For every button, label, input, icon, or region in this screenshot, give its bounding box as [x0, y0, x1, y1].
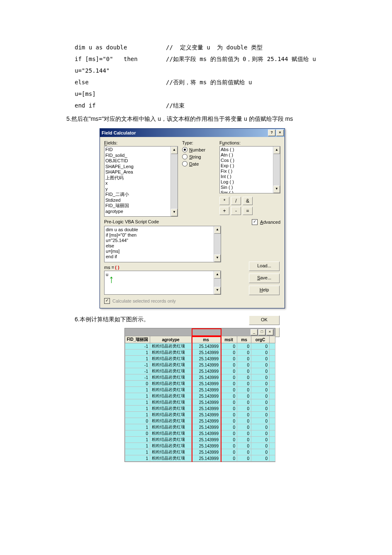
function-item[interactable]: Fix ( )	[221, 169, 272, 174]
table-row[interactable]: 1粗粒结晶岩类红壤25.143999000	[125, 443, 275, 449]
function-item[interactable]: Int ( )	[221, 174, 272, 179]
field-item[interactable]: agrotype	[105, 209, 170, 215]
fields-label: Fields:	[104, 140, 178, 145]
scroll-down-icon[interactable]: ▼	[214, 254, 221, 262]
scroll-down-icon[interactable]: ▼	[171, 209, 178, 216]
operator-button[interactable]: =	[243, 207, 253, 215]
table-header[interactable]: ms	[192, 336, 221, 343]
table-cell: 0	[221, 455, 237, 462]
scroll-up-icon[interactable]: ▲	[214, 271, 221, 279]
fields-listbox[interactable]: FIDFID_solid_OBJECTIDSHAPE_LengSHAPE_Are…	[104, 146, 178, 217]
table-row[interactable]: -1粗粒结晶岩类红壤25.143999000	[125, 368, 275, 374]
function-item[interactable]: Sin ( )	[221, 185, 272, 190]
code-text: else	[75, 76, 166, 88]
scroll-up-icon[interactable]: ▲	[214, 226, 221, 234]
table-cell: 25.143999	[192, 443, 221, 449]
table-header[interactable]: agrotype	[150, 336, 192, 343]
table-cell: 1	[125, 443, 150, 449]
function-item[interactable]: Cos ( )	[221, 158, 272, 163]
field-item[interactable]: Stdized	[105, 198, 170, 203]
table-row[interactable]: 1粗粒结晶岩类红壤25.143999000	[125, 449, 275, 455]
functions-listbox[interactable]: Abs ( )Atn ( )Cos ( )Exp ( )Fix ( )Int (…	[219, 146, 280, 193]
scroll-down-icon[interactable]: ▼	[214, 287, 221, 294]
close-icon[interactable]: ×	[266, 329, 273, 335]
table-cell: 1	[125, 412, 150, 418]
table-cell: 0	[237, 387, 251, 393]
table-row[interactable]: -1粗粒结晶岩类红壤25.143999000	[125, 362, 275, 368]
operator-button[interactable]: +	[219, 207, 229, 215]
radio-icon[interactable]	[182, 147, 187, 152]
scroll-up-icon[interactable]: ▲	[273, 147, 280, 154]
table-row[interactable]: 1粗粒结晶岩类红壤25.143999000	[125, 406, 275, 412]
table-row[interactable]: 0粗粒结晶岩类红壤25.143999000	[125, 418, 275, 424]
table-cell: 粗粒结晶岩类红壤	[150, 350, 192, 356]
table-cell: 0	[251, 362, 270, 368]
function-item[interactable]: Exp ( )	[221, 163, 272, 169]
field-item[interactable]: 上图代码	[105, 175, 170, 181]
table-header[interactable]: ms	[237, 336, 251, 343]
table-cell: 1	[125, 350, 150, 356]
field-item[interactable]: SHAPE_Area	[105, 169, 170, 175]
field-item[interactable]: FID_solid_	[105, 153, 170, 159]
table-row[interactable]: 1粗粒结晶岩类红壤25.143999000	[125, 455, 275, 462]
table-row[interactable]: -1粗粒结晶岩类红壤25.143999000	[125, 374, 275, 381]
table-row[interactable]: 1粗粒结晶岩类红壤25.143999000	[125, 393, 275, 399]
function-item[interactable]: Abs ( )	[221, 147, 272, 152]
operator-button[interactable]: &	[243, 197, 253, 205]
table-cell: 1	[125, 455, 150, 462]
field-item[interactable]: SHAPE_Leng	[105, 164, 170, 170]
table-header[interactable]: FID_瑞丽国	[125, 336, 150, 343]
scroll-down-icon[interactable]: ▼	[273, 186, 280, 193]
ok-button[interactable]: OK	[249, 315, 280, 325]
table-row[interactable]: 0粗粒结晶岩类红壤25.143999000	[125, 381, 275, 387]
table-row[interactable]: 1粗粒结晶岩类红壤25.143999000	[125, 412, 275, 418]
scroll-up-icon[interactable]: ▲	[171, 147, 178, 154]
operator-button[interactable]: -	[231, 207, 241, 215]
close-icon[interactable]: ×	[276, 130, 284, 136]
field-item[interactable]: x	[105, 181, 170, 186]
table-row[interactable]: -1粗粒结晶岩类红壤25.143999000	[125, 343, 275, 350]
table-cell: 粗粒结晶岩类红壤	[150, 412, 192, 418]
help-icon[interactable]: ?	[268, 130, 275, 136]
scrollbar[interactable]: ▲ ▼	[214, 271, 221, 294]
radio-icon[interactable]	[182, 154, 187, 159]
table-cell: 0	[237, 393, 251, 399]
table-header[interactable]: msit	[221, 336, 237, 343]
table-row[interactable]: 1粗粒结晶岩类红壤25.143999000	[125, 387, 275, 393]
table-row[interactable]: 0粗粒结晶岩类红壤25.143999000	[125, 430, 275, 437]
table-cell: 0	[251, 381, 270, 387]
field-item[interactable]: OBJECTID	[105, 158, 170, 164]
field-item[interactable]: FID_二调小	[105, 192, 170, 198]
scrollbar[interactable]: ▲ ▼	[170, 147, 178, 216]
field-item[interactable]: FID	[105, 147, 170, 153]
output-textarea[interactable]: u ▲ ▼ ↑	[104, 271, 221, 295]
table-row[interactable]: 1粗粒结晶岩类红壤25.143999000	[125, 399, 275, 406]
table-row[interactable]: 1粗粒结晶岩类红壤25.143999000	[125, 350, 275, 356]
help-button[interactable]: Help	[249, 286, 280, 295]
type-radio-string[interactable]: String	[182, 154, 215, 159]
table-row[interactable]: 1粗粒结晶岩类红壤25.143999000	[125, 437, 275, 443]
minimize-icon[interactable]: _	[251, 329, 258, 335]
operator-button[interactable]: /	[231, 197, 241, 205]
table-header[interactable]: orgC	[251, 336, 270, 343]
table-row[interactable]: 1粗粒结晶岩类红壤25.143999000	[125, 356, 275, 362]
field-item[interactable]: FID_瑞丽国	[105, 203, 170, 209]
maximize-icon[interactable]: □	[258, 329, 265, 335]
function-item[interactable]: Log ( )	[221, 179, 272, 185]
advanced-checkbox[interactable]	[252, 219, 258, 225]
table-row[interactable]: 1粗粒结晶岩类红壤25.143999000	[125, 424, 275, 430]
function-item[interactable]: Sqr ( )	[221, 190, 272, 193]
prelogic-textarea[interactable]: dim u as double if [ms]="0" then u="25.1…	[104, 226, 221, 262]
type-radio-date[interactable]: Date	[182, 161, 215, 166]
save-button[interactable]: Save...	[249, 274, 280, 283]
function-item[interactable]: Atn ( )	[221, 152, 272, 158]
table-cell: 粗粒结晶岩类红壤	[150, 362, 192, 368]
operator-button[interactable]: *	[219, 197, 229, 205]
field-item[interactable]: y	[105, 186, 170, 192]
type-radio-number[interactable]: Number	[182, 147, 215, 152]
load-button[interactable]: Load...	[249, 262, 280, 271]
scrollbar[interactable]: ▲ ▼	[273, 147, 280, 193]
scrollbar[interactable]: ▲ ▼	[214, 226, 221, 262]
radio-icon[interactable]	[182, 161, 187, 166]
table-cell: 0	[251, 418, 270, 424]
